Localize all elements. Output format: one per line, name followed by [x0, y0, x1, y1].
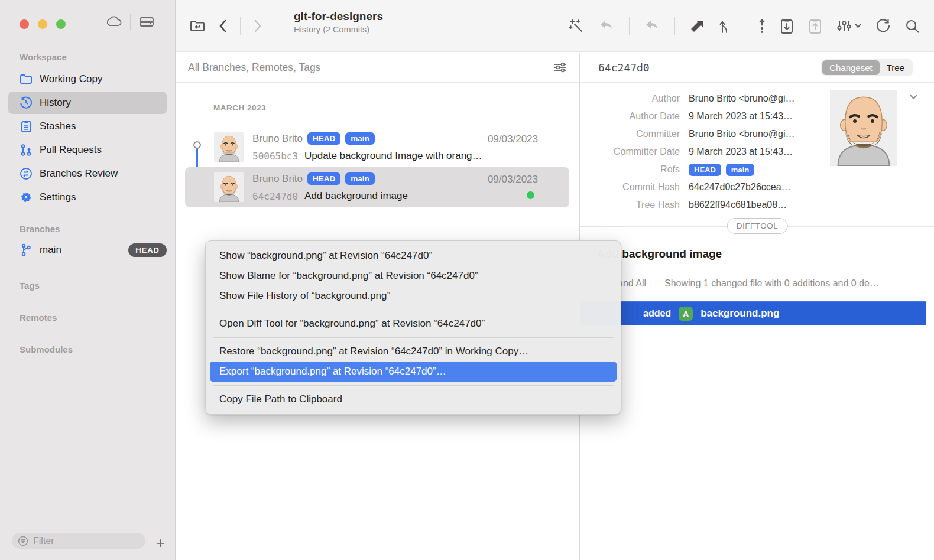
history-icon [20, 96, 33, 109]
back-button[interactable] [219, 19, 227, 32]
refresh-icon[interactable] [875, 18, 891, 34]
commit-row[interactable]: Bruno Brito HEAD main 09/03/2023 50065bc… [185, 127, 569, 167]
titlebar-separator [130, 14, 131, 30]
commit-date: 09/03/2023 [488, 134, 538, 145]
commit-date: 09/03/2023 [488, 174, 538, 185]
menu-item-show-file-history[interactable]: Show File History of “background.png” [210, 286, 617, 306]
hard-drive-icon[interactable] [138, 14, 155, 30]
menu-item-copy-file-path[interactable]: Copy File Path to Clipboard [210, 389, 617, 409]
submodules-section-label: Submodules [0, 344, 175, 354]
toolbar-separator [744, 17, 744, 35]
add-repository-button[interactable]: + [156, 535, 165, 551]
chevron-down-icon [855, 24, 861, 28]
expand-all-label-fragment[interactable]: and All [618, 278, 646, 289]
enter-repo-folder-icon[interactable] [189, 19, 206, 33]
merge-arrow-icon[interactable] [689, 18, 705, 34]
field-value: Bruno Brito <bruno@gi… [689, 93, 794, 104]
sidebar-item-label: Branches Review [40, 168, 118, 180]
sidebar-item-settings[interactable]: Settings [8, 186, 167, 209]
field-value: 64c247d0c27b26ccea… [689, 182, 791, 193]
minimize-button[interactable] [38, 19, 47, 29]
sidebar-item-pull-requests[interactable]: Pull Requests [8, 139, 167, 161]
ref-badge-head: HEAD [307, 172, 340, 185]
repo-title: git-for-designers [294, 10, 383, 23]
view-toggle: Changeset Tree [821, 59, 913, 76]
forward-button[interactable] [254, 19, 262, 32]
commit-author: Bruno Brito [252, 173, 303, 185]
commit-author: Bruno Brito [252, 133, 303, 145]
filter-bar [12, 533, 145, 549]
sidebar-item-label: Pull Requests [40, 144, 102, 156]
clipboard-down-icon[interactable] [780, 18, 794, 34]
magic-wand-icon[interactable] [569, 18, 584, 34]
field-value: Bruno Brito <bruno@gi… [689, 129, 794, 139]
push-dashed-icon[interactable] [758, 18, 766, 34]
sidebar-item-label: History [40, 97, 71, 109]
ref-badge-main: main [345, 172, 375, 185]
repo-subtitle: History (2 Commits) [294, 25, 383, 34]
branch-name: main [40, 244, 61, 256]
commit-row-selected[interactable]: Bruno Brito HEAD main 09/03/2023 64c247d… [185, 167, 569, 207]
stash-icon [20, 120, 33, 133]
clipboard-up-icon[interactable] [808, 18, 822, 34]
ref-badge-main: main [726, 164, 754, 176]
pull-request-icon [20, 144, 33, 157]
tags-section-label: Tags [0, 281, 175, 291]
menu-item-show-blame[interactable]: Show Blame for “background.png” at Revis… [210, 266, 617, 286]
detail-commit-hash: 64c247d0 [598, 61, 650, 74]
menu-item-show-file[interactable]: Show “background.png” at Revision “64c24… [210, 246, 617, 266]
undo-icon[interactable] [598, 19, 615, 33]
sidebar: Workspace Working Copy History [0, 0, 176, 560]
sidebar-item-stashes[interactable]: Stashes [8, 115, 167, 138]
avatar [214, 132, 244, 162]
context-menu: Show “background.png” at Revision “64c24… [205, 240, 621, 415]
menu-item-export-file[interactable]: Export “background.png” at Revision “64c… [210, 362, 617, 382]
sidebar-item-branch-main[interactable]: main HEAD [8, 239, 167, 261]
field-label: Committer Date [580, 146, 680, 157]
ref-badge-head: HEAD [689, 164, 721, 176]
head-badge: HEAD [128, 243, 167, 257]
search-icon[interactable] [905, 19, 920, 34]
gear-icon [20, 191, 33, 204]
field-label: Tree Hash [580, 200, 680, 210]
sidebar-item-history[interactable]: History [8, 92, 167, 114]
tab-changeset[interactable]: Changeset [822, 60, 880, 75]
commit-detail-pane: 64c247d0 Changeset Tree AuthorBruno Brit… [580, 53, 934, 560]
menu-divider [213, 337, 614, 338]
redo-icon[interactable] [644, 19, 660, 33]
sidebar-item-working-copy[interactable]: Working Copy [8, 68, 167, 90]
difftool-button[interactable]: DIFFTOOL [727, 218, 788, 234]
sidebar-item-label: Stashes [40, 121, 76, 132]
menu-item-open-diff-tool[interactable]: Open Diff Tool for “background.png” at R… [210, 314, 617, 334]
cloud-icon[interactable] [105, 15, 123, 29]
branch-filter-label: All Branches, Remotes, Tags [188, 61, 320, 74]
commit-group-label: MARCH 2023 [213, 103, 266, 112]
field-label: Commit Hash [580, 182, 680, 193]
chevron-down-icon[interactable] [909, 94, 918, 100]
sidebar-item-label: Settings [40, 191, 76, 203]
field-value: b8622ff94c681bea08… [689, 200, 787, 210]
field-label: Author [580, 93, 680, 104]
sidebar-item-branches-review[interactable]: Branches Review [8, 162, 167, 185]
changed-file-row[interactable]: added A background.png [580, 301, 926, 325]
menu-item-restore-file[interactable]: Restore “background.png” at Revision “64… [210, 341, 617, 362]
tab-tree[interactable]: Tree [880, 60, 912, 75]
filter-sliders-button[interactable] [836, 18, 861, 34]
field-value: 9 March 2023 at 15:43… [689, 111, 793, 122]
ref-badge-main: main [345, 132, 375, 145]
filter-icon [18, 536, 28, 546]
toolbar-separator [240, 17, 241, 35]
list-options-icon[interactable] [553, 61, 567, 74]
folder-icon [20, 73, 33, 86]
file-status-label: added [643, 308, 671, 319]
commit-hash: 64c247d0 [252, 191, 298, 202]
close-button[interactable] [20, 19, 29, 29]
field-label: Author Date [580, 111, 680, 122]
filter-input[interactable] [33, 536, 128, 546]
branch-merge-icon[interactable] [719, 18, 729, 34]
ref-badge-head: HEAD [307, 132, 340, 145]
zoom-button[interactable] [56, 19, 66, 29]
branches-section-label: Branches [0, 224, 175, 234]
branch-filter-header[interactable]: All Branches, Remotes, Tags [176, 53, 579, 83]
avatar [830, 90, 897, 166]
